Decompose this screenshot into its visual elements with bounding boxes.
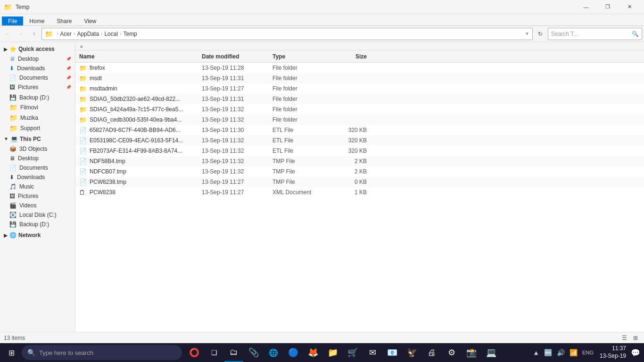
table-row[interactable]: 📄 NDFCB07.tmp 13-Sep-19 11:32 TMP File 2… <box>75 166 644 177</box>
col-header-type[interactable]: Type <box>272 53 329 60</box>
sidebar-item-support[interactable]: 📁 Support <box>0 123 75 133</box>
network-expand-icon: ▶ <box>4 233 8 238</box>
file-name: msdtadmin <box>90 85 202 92</box>
taskbar-firefox[interactable]: 🦊 <box>304 343 322 362</box>
up-button[interactable]: ↑ <box>28 28 40 40</box>
this-pc-header[interactable]: ▼ 💻 This PC <box>0 133 75 144</box>
table-row[interactable]: 📁 msdt 13-Sep-19 11:31 File folder <box>75 73 644 83</box>
sidebar-item-filmovi[interactable]: 📁 Filmovi <box>0 102 75 113</box>
sidebar-item-muzika[interactable]: 📁 Muzika <box>0 113 75 123</box>
table-row[interactable]: 📄 E053198C-CE09-4EAC-9163-5F14... 13-Sep… <box>75 135 644 146</box>
support-label: Support <box>20 125 40 132</box>
file-rows-container: 📁 firefox 13-Sep-19 11:28 File folder 📁 … <box>75 63 644 197</box>
breadcrumb-temp[interactable]: Temp <box>123 31 137 37</box>
tray-network-icon[interactable]: 📶 <box>568 349 579 356</box>
taskbar-settings[interactable]: ⚙ <box>442 343 461 362</box>
table-row[interactable]: 📄 FB2073AF-E314-4F99-8AB3-8A74... 13-Sep… <box>75 146 644 156</box>
file-date: 13-Sep-19 11:32 <box>202 168 272 175</box>
taskbar-ie[interactable]: 🔵 <box>284 343 303 362</box>
file-type: File folder <box>272 116 329 123</box>
sidebar-item-pictures-pc[interactable]: 🖼 Pictures <box>0 191 75 201</box>
breadcrumb-acer[interactable]: Acer <box>60 31 72 37</box>
forward-button[interactable]: → <box>15 28 26 40</box>
col-header-size[interactable]: Size <box>329 53 367 60</box>
file-type: ETL File <box>272 137 329 144</box>
file-date: 13-Sep-19 11:30 <box>202 127 272 133</box>
quick-access-label: Quick access <box>18 46 55 52</box>
taskbar-search[interactable]: 🔍 Type here to search <box>22 345 182 360</box>
table-row[interactable]: 📄 NDF58B4.tmp 13-Sep-19 11:32 TMP File 2… <box>75 156 644 166</box>
breadcrumb-local[interactable]: Local <box>104 31 118 37</box>
taskbar-outlook[interactable]: 📧 <box>383 343 402 362</box>
refresh-button[interactable]: ↻ <box>535 28 546 40</box>
sidebar-item-backup-top[interactable]: 💾 Backup (D:) <box>0 93 75 102</box>
search-input[interactable] <box>551 31 632 37</box>
address-path[interactable]: 📁 › Acer › AppData › Local › Temp ▼ <box>41 28 533 40</box>
notification-icon[interactable]: 💬 <box>631 348 640 357</box>
table-row[interactable]: 📁 firefox 13-Sep-19 11:28 File folder <box>75 63 644 73</box>
taskbar-cortana[interactable]: ⭕ <box>185 343 204 362</box>
file-icon: 📁 <box>79 85 88 92</box>
sidebar-item-pictures-qa[interactable]: 🖼 Pictures 📌 <box>0 82 75 92</box>
taskbar-paperclip[interactable]: 📎 <box>244 343 263 362</box>
this-pc-label: This PC <box>20 136 41 142</box>
sidebar-item-documents-pc[interactable]: 📄 Documents <box>0 163 75 173</box>
backup-top-icon: 💾 <box>9 94 17 101</box>
file-type: TMP File <box>272 168 329 175</box>
taskbar-mail[interactable]: ✉ <box>363 343 382 362</box>
col-header-date[interactable]: Date modified <box>202 53 272 60</box>
table-row[interactable]: 📁 SDIAG_b424a49a-7c15-477c-8ea5... 13-Se… <box>75 104 644 115</box>
sidebar-item-desktop-pc[interactable]: 🖥 Desktop <box>0 154 75 163</box>
tab-share[interactable]: Share <box>50 16 78 25</box>
taskbar-printer[interactable]: 🖨 <box>422 343 441 362</box>
tray-volume-icon[interactable]: 🔊 <box>555 349 566 356</box>
tray-clock[interactable]: 11:37 13-Sep-19 <box>597 345 629 360</box>
sidebar-item-localc[interactable]: 💽 Local Disk (C:) <box>0 210 75 220</box>
taskbar-computer[interactable]: 💻 <box>482 343 501 362</box>
tab-home[interactable]: Home <box>23 16 50 25</box>
sidebar-item-documents-qa[interactable]: 📄 Documents 📌 <box>0 73 75 82</box>
taskbar-store[interactable]: 🛒 <box>343 343 362 362</box>
back-button[interactable]: ← <box>2 28 13 40</box>
sidebar-item-videos[interactable]: 🎬 Videos <box>0 201 75 210</box>
taskbar-browser2[interactable]: 🦅 <box>403 343 421 362</box>
table-row[interactable]: 🗒 PCW8238 13-Sep-19 11:27 XML Document 1… <box>75 187 644 197</box>
status-bar: 13 items ☰ ⊞ <box>0 332 644 343</box>
sidebar-item-music[interactable]: 🎵 Music <box>0 182 75 191</box>
tab-file[interactable]: File <box>2 16 23 25</box>
sidebar-item-backupd[interactable]: 💾 Backup (D:) <box>0 220 75 229</box>
file-date: 13-Sep-19 11:32 <box>202 106 272 113</box>
taskbar-camera[interactable]: 📸 <box>462 343 481 362</box>
taskbar-explorer[interactable]: 🗂 <box>224 343 243 362</box>
view-details-button[interactable]: ☰ <box>619 333 629 343</box>
table-row[interactable]: 📁 SDIAG_cedb300d-535f-40ea-9ba4... 13-Se… <box>75 115 644 125</box>
tray-expand-icon[interactable]: ▲ <box>531 349 541 356</box>
expand-icon: ▶ <box>4 47 8 52</box>
breadcrumb-appdata[interactable]: AppData <box>77 31 99 37</box>
table-row[interactable]: 📁 msdtadmin 13-Sep-19 11:27 File folder <box>75 83 644 94</box>
sidebar-item-downloads-qa[interactable]: ⬇ Downloads 📌 <box>0 64 75 73</box>
sidebar-item-downloads-pc[interactable]: ⬇ Downloads <box>0 173 75 182</box>
tab-view[interactable]: View <box>78 16 102 25</box>
table-row[interactable]: 📁 SDIAG_50db2320-ae62-49cd-822... 13-Sep… <box>75 94 644 104</box>
table-row[interactable]: 📄 65827AD9-6C7F-440B-BB94-AD6... 13-Sep-… <box>75 125 644 135</box>
close-button[interactable]: ✕ <box>619 0 640 14</box>
table-row[interactable]: 📄 PCW8238.tmp 13-Sep-19 11:27 TMP File 0… <box>75 177 644 187</box>
tray-lang-icon[interactable]: 🔤 <box>543 349 553 356</box>
quick-access-section: ▶ ⭐ Quick access 🖥 Desktop 📌 ⬇ Downloads… <box>0 44 75 92</box>
start-button[interactable]: ⊞ <box>2 343 21 362</box>
view-icons-button[interactable]: ⊞ <box>631 333 640 343</box>
minimize-button[interactable]: — <box>575 0 597 14</box>
col-header-name[interactable]: Name <box>79 53 202 60</box>
quick-access-header[interactable]: ▶ ⭐ Quick access <box>0 44 75 54</box>
taskbar-taskview[interactable]: ❑ <box>205 343 223 362</box>
taskbar-edge[interactable]: 🌐 <box>264 343 283 362</box>
file-size: 2 KB <box>329 158 367 165</box>
sidebar-item-desktop-qa[interactable]: 🖥 Desktop 📌 <box>0 54 75 64</box>
dropdown-chevron-icon[interactable]: ▼ <box>525 31 529 36</box>
network-header[interactable]: ▶ 🌐 Network <box>0 230 75 240</box>
view-toggle: ☰ ⊞ <box>619 333 640 343</box>
restore-button[interactable]: ❐ <box>597 0 619 14</box>
taskbar-folder[interactable]: 📁 <box>323 343 342 362</box>
sidebar-item-3dobjects[interactable]: 📦 3D Objects <box>0 144 75 154</box>
